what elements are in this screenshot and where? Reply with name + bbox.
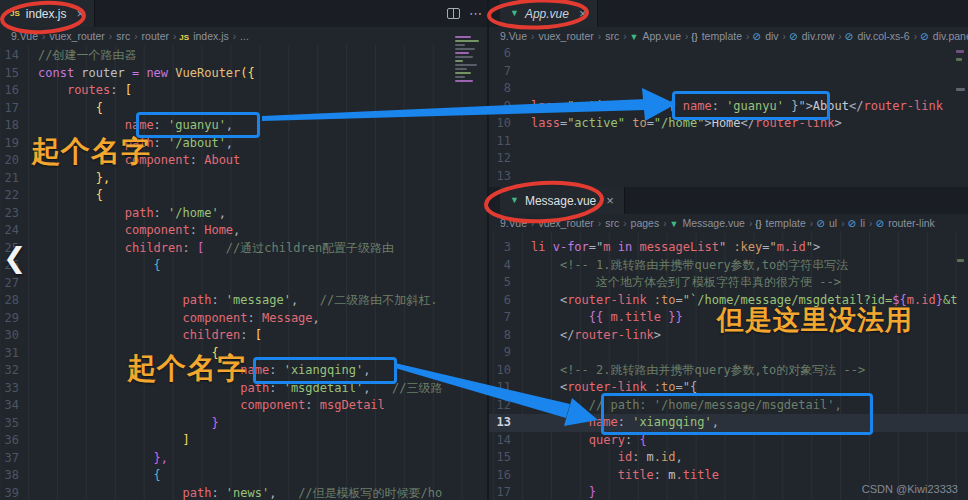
code-line[interactable]: 6 (489, 45, 968, 63)
breadcrumb-item[interactable]: JSindex.js (179, 30, 229, 42)
code-editor-appvue[interactable]: 6789lass="active" :to="{ name: 'guanyu' … (489, 45, 968, 190)
code-line[interactable]: 18 name: 'guanyu', (0, 117, 487, 135)
line-text: path: '/about', (38, 135, 233, 153)
breadcrumb-item[interactable]: ⊘div (752, 30, 779, 42)
breadcrumb-item[interactable]: ▼App.vue (630, 30, 682, 42)
code-line[interactable]: 12 (489, 150, 968, 168)
tab-appvue[interactable]: ▼ App.vue × (500, 0, 598, 27)
code-line[interactable]: 16 title: m.title (489, 467, 968, 485)
breadcrumb-item[interactable]: router (141, 30, 170, 42)
breadcrumb-item[interactable]: ⊘ul (816, 217, 838, 229)
code-line[interactable]: 7 {{ m.title }} (489, 309, 968, 327)
breadcrumb-label: App.vue (641, 30, 682, 42)
breadcrumb-item[interactable]: 9.Vue (10, 30, 39, 42)
breadcrumb-separator: › (598, 31, 601, 42)
code-line[interactable]: 10 <!-- 2.跳转路由并携带query参数,to的对象写法 --> (489, 362, 968, 380)
code-line[interactable]: 10lass="active" to="/home">Home</router-… (489, 115, 968, 133)
code-editor-messagevue[interactable]: 3li v-for="m in messageList" :key="m.id"… (489, 232, 968, 500)
code-line[interactable]: 30 children: [ (0, 327, 487, 345)
close-icon[interactable]: × (76, 6, 84, 21)
code-line[interactable]: 35 } (0, 415, 487, 433)
breadcrumb-item[interactable]: src (604, 30, 620, 42)
code-line[interactable]: 14//创建一个路由器 (0, 47, 487, 65)
breadcrumb-item[interactable]: pages (630, 217, 661, 229)
code-line[interactable]: 22 { (0, 187, 487, 205)
code-line[interactable]: 11 (489, 133, 968, 151)
code-line[interactable]: 4 <!-- 1.跳转路由并携带query参数,to的字符串写法 (489, 257, 968, 275)
breadcrumb: 9.Vue›vuex_router›src›pages›▼Message.vue… (489, 214, 968, 232)
code-line[interactable]: 5 这个地方体会到了模板字符串真的很方便 --> (489, 274, 968, 292)
code-line[interactable]: 8 </router-link> (489, 327, 968, 345)
el-icon: ⊘ (845, 30, 854, 42)
code-line[interactable]: 21 }, (0, 170, 487, 188)
more-actions-icon[interactable]: ⋯ (469, 7, 482, 20)
code-editor-indexjs[interactable]: 14//创建一个路由器15const router = new VueRoute… (0, 45, 487, 500)
code-line[interactable]: 13 name: 'xiangqing', (489, 414, 968, 432)
breadcrumb-item[interactable]: vuex_router (48, 30, 105, 42)
code-line[interactable]: 15 id: m.id, (489, 449, 968, 467)
code-line[interactable]: 14 query: { (489, 432, 968, 450)
breadcrumb-item[interactable]: src (115, 30, 131, 42)
breadcrumb-label: vuex_router (48, 30, 105, 42)
code-line[interactable]: 36 ] (0, 432, 487, 450)
breadcrumb-item[interactable]: vuex_router (537, 217, 594, 229)
code-line[interactable]: 34 component: msgDetail (0, 397, 487, 415)
breadcrumb-item[interactable]: ⊘li (848, 217, 866, 229)
breadcrumb-item[interactable]: ⊘div.panel (920, 30, 968, 42)
close-icon[interactable]: × (579, 6, 587, 21)
code-line[interactable]: 33 path: 'msgdetail', //三级路 (0, 380, 487, 398)
breadcrumb-item[interactable]: src (604, 217, 620, 229)
code-line[interactable]: 24 component: Home, (0, 222, 487, 240)
code-line[interactable]: 15const router = new VueRouter({ (0, 65, 487, 83)
code-line[interactable]: 20 component: About (0, 152, 487, 170)
code-line[interactable]: 3li v-for="m in messageList" :key="m.id"… (489, 239, 968, 257)
code-line[interactable]: 9lass="active" :to="{ name: 'guanyu' }">… (489, 98, 968, 116)
breadcrumb-label: div.row (801, 30, 835, 42)
tab-messagevue[interactable]: ▼ Message.vue × (500, 187, 625, 214)
minimap[interactable] (451, 34, 486, 164)
code-line[interactable]: 39 path: 'news', //但是模板写的时候要/ho (0, 485, 487, 500)
line-number: 20 (0, 152, 38, 170)
breadcrumb-item[interactable]: 9.Vue (499, 30, 528, 42)
line-number: 14 (0, 47, 38, 65)
code-line[interactable]: 17 { (0, 100, 487, 118)
breadcrumb-item[interactable]: {}template (755, 217, 807, 229)
close-icon[interactable]: × (606, 193, 614, 208)
breadcrumb-item[interactable]: {}template (691, 30, 743, 42)
code-line[interactable]: 16 routes: [ (0, 82, 487, 100)
breadcrumb: 9.Vue›vuex_router›src›router›JSindex.js›… (0, 27, 487, 45)
code-line[interactable]: 7 (489, 63, 968, 81)
minimap-line (455, 76, 465, 78)
code-line[interactable]: 13 (489, 168, 968, 186)
code-line[interactable]: 6 <router-link :to="`/home/message/msgde… (489, 292, 968, 310)
breadcrumb-item[interactable]: ⊘div.col-xs-6 (845, 30, 911, 42)
code-line[interactable]: 9 (489, 344, 968, 362)
code-line[interactable]: 11 <router-link :to="{ (489, 379, 968, 397)
code-line[interactable]: 8 (489, 80, 968, 98)
code-line[interactable]: 38 { (0, 467, 487, 485)
code-line[interactable]: 12 // path: '/home/message/msgdetail', (489, 397, 968, 415)
minimap-line (455, 56, 473, 58)
code-line[interactable]: 23 path: '/home', (0, 205, 487, 223)
breadcrumb-item[interactable]: ⊘router-link (875, 217, 936, 229)
breadcrumb-item[interactable]: ... (239, 30, 250, 42)
code-line[interactable]: 25 children: [ //通过children配置子级路由 (0, 240, 487, 258)
line-number: 8 (489, 327, 531, 345)
split-editor-icon[interactable] (447, 8, 460, 19)
tab-indexjs[interactable]: JS index.js × (0, 0, 95, 27)
code-line[interactable]: 31 { (0, 345, 487, 363)
carousel-prev-icon[interactable]: ❮ (3, 241, 26, 274)
line-text: 这个地方体会到了模板字符串真的很方便 --> (531, 274, 841, 292)
code-line[interactable]: 32 name: 'xiangqing', (0, 362, 487, 380)
code-line[interactable]: 26 { (0, 257, 487, 275)
code-line[interactable]: 28 path: 'message', //二级路由不加斜杠. (0, 292, 487, 310)
code-line[interactable]: 19 path: '/about', (0, 135, 487, 153)
breadcrumb-item[interactable]: ▼Message.vue (670, 217, 746, 229)
code-line[interactable]: 29 component: Message, (0, 310, 487, 328)
breadcrumb-item[interactable]: vuex_router (537, 30, 594, 42)
line-text: lass="active" :to="{ name: 'guanyu' }">A… (531, 98, 943, 116)
breadcrumb-item[interactable]: ⊘div.row (789, 30, 835, 42)
code-line[interactable]: 37 }, (0, 450, 487, 468)
code-line[interactable]: 27 (0, 275, 487, 293)
breadcrumb-item[interactable]: 9.Vue (499, 217, 528, 229)
